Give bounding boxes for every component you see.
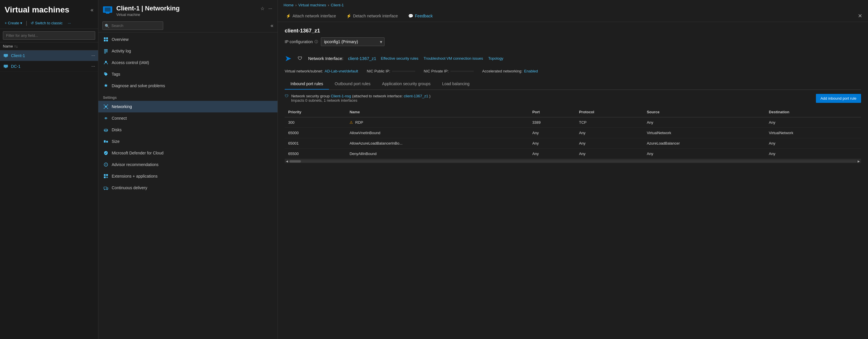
breadcrumb-vm-name[interactable]: Client-1 [331,3,344,7]
tab-inbound-port-rules[interactable]: Inbound port rules [285,79,329,89]
nav-item-delivery[interactable]: Continuous delivery [98,182,277,194]
advisor-icon [103,162,109,167]
topology-link[interactable]: Topology [488,56,503,61]
sidebar-title: Virtual machines [5,5,69,15]
svg-rect-6 [106,13,110,13]
vm-item-left-dc1: DC-1 [3,63,21,69]
more-button[interactable]: ··· [66,20,73,26]
row-priority: 65001 [285,138,346,149]
filter-input[interactable] [3,31,95,40]
attach-icon: ⚡ [286,13,291,18]
horizontal-scrollbar[interactable]: ◀ ▶ [285,159,861,163]
row-protocol: Any [576,128,643,138]
vm-icon-client1 [3,53,9,59]
row-port: Any [529,128,576,138]
ip-config-info-icon[interactable]: ⓘ [314,39,318,44]
refresh-icon: ↺ [31,21,34,25]
effective-security-rules-link[interactable]: Effective security rules [381,56,418,61]
middle-header-actions: ☆ ··· [259,5,273,12]
nav-item-diagnose[interactable]: Diagnose and solve problems [98,80,277,91]
nav-item-overview[interactable]: Overview [98,34,277,45]
close-button[interactable]: ✕ [858,13,862,19]
vm-item-left: Client-1 [3,53,25,59]
nic-interface-label: Network Interface: [308,56,343,61]
table-row[interactable]: 65001 AllowAzureLoadBalancerInBo... Any … [285,138,861,149]
search-input[interactable] [102,22,163,30]
defender-label: Microsoft Defender for Cloud [112,151,163,155]
feedback-button[interactable]: 💬 Feedback [406,12,435,20]
row-priority: 65000 [285,128,346,138]
breadcrumb-home[interactable]: Home [283,3,294,7]
nav-item-tags[interactable]: Tags [98,68,277,80]
tab-application-security-groups[interactable]: Application security groups [376,79,436,89]
search-wrapper: 🔍 [102,22,269,30]
row-port: Any [529,138,576,149]
toolbar-separator: | [26,20,27,26]
nav-item-connect[interactable]: Connect [98,112,277,124]
table-row[interactable]: 65000 AllowVnetInBound Any Any VirtualNe… [285,128,861,138]
middle-subtitle: Virtual machine [116,13,256,17]
svg-rect-36 [104,174,105,176]
nav-item-defender[interactable]: Microsoft Defender for Cloud [98,147,277,159]
vnet-subnet-item: Virtual network/subnet: AD-Lab-vnet/defa… [285,69,358,73]
panel-collapse-button[interactable]: « [271,23,273,29]
networking-icon [103,104,109,110]
svg-point-35 [105,165,106,166]
row-priority: 300 [285,117,346,128]
troubleshoot-link[interactable]: Troubleshoot VM connection issues [424,56,483,61]
nav-item-size[interactable]: Size [98,136,277,147]
create-button[interactable]: + Create ▾ [3,20,24,26]
detach-network-interface-button[interactable]: ⚡ Detach network interface [344,12,400,20]
svg-rect-3 [5,67,6,68]
overview-label: Overview [112,37,128,42]
disks-label: Disks [112,128,122,132]
nsg-nic-ref-link[interactable]: client-1367_z1 [404,94,428,98]
accel-value: Enabled [524,69,538,73]
col-destination: Destination [765,107,861,117]
more-options-button[interactable]: ··· [267,5,273,12]
nav-item-iam[interactable]: Access control (IAM) [98,57,277,68]
svg-rect-5 [105,7,111,11]
sort-icon[interactable]: ↑↓ [14,44,18,48]
scroll-right-icon[interactable]: ▶ [858,160,860,163]
svg-line-25 [106,107,107,108]
sidebar-toolbar: + Create ▾ | ↺ Switch to classic ··· [0,18,98,29]
svg-rect-9 [104,40,105,41]
ip-config-text: IP configuration [285,39,313,44]
vnet-value-link[interactable]: AD-Lab-vnet/default [324,69,358,73]
scroll-left-icon[interactable]: ◀ [286,160,288,163]
ip-config-select[interactable]: ipconfig1 (Primary) [321,37,384,46]
nic-shield-icon: 🛡 [298,56,302,61]
svg-rect-39 [104,187,107,189]
nav-item-networking[interactable]: Networking [98,101,277,112]
attach-network-interface-button[interactable]: ⚡ Attach network interface [283,12,338,20]
vm-more-client1[interactable]: ··· [91,53,95,58]
nav-item-extensions[interactable]: Extensions + applications [98,170,277,182]
vm-name-dc1: DC-1 [11,64,21,69]
add-inbound-port-rule-button[interactable]: Add inbound port rule [816,94,861,103]
vm-item-client1[interactable]: Client-1 ··· [0,50,98,61]
nav-item-advisor[interactable]: Advisor recommendations [98,159,277,170]
table-row[interactable]: 300 ⚠ RDP 3389 TCP Any Any [285,117,861,128]
vm-item-dc1[interactable]: DC-1 ··· [0,61,98,72]
nic-private-ip-label: NIC Private IP: [424,69,449,73]
nav-item-activity-log[interactable]: Activity log [98,45,277,57]
left-sidebar: Virtual machines « + Create ▾ | ↺ Switch… [0,0,98,339]
breadcrumb-vms[interactable]: Virtual machines [298,3,326,7]
nav-item-disks[interactable]: Disks [98,124,277,136]
tab-load-balancing[interactable]: Load balancing [436,79,475,89]
connect-label: Connect [112,116,127,120]
name-label: Name [3,44,13,48]
nsg-name-link[interactable]: Client-1-nsg [331,94,351,98]
sidebar-collapse-button[interactable]: « [91,7,93,13]
svg-rect-37 [106,174,108,176]
vm-more-dc1[interactable]: ··· [91,64,95,69]
row-port: 3389 [529,117,576,128]
star-button[interactable]: ☆ [259,5,266,12]
tab-outbound-port-rules[interactable]: Outbound port rules [329,79,376,89]
vm-name-client1: Client-1 [11,53,25,58]
switch-to-classic-button[interactable]: ↺ Switch to classic [29,20,64,26]
breadcrumb: Home › Virtual machines › Client-1 [278,0,868,10]
table-row[interactable]: 65500 DenyAllInBound Any Any Any Any [285,149,861,159]
nic-interface-name[interactable]: client-1367_z1 [348,56,376,61]
